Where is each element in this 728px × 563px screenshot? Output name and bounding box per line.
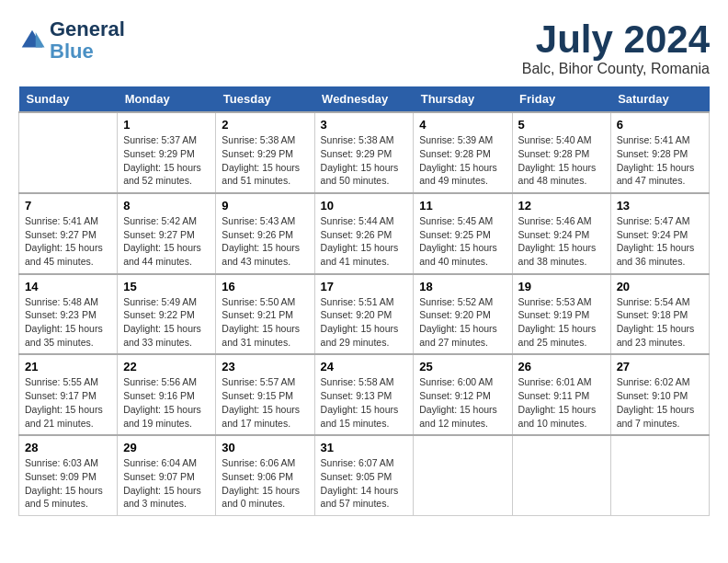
day-header-friday: Friday bbox=[512, 86, 610, 112]
day-cell: 24Sunrise: 5:58 AM Sunset: 9:13 PM Dayli… bbox=[314, 354, 414, 435]
day-number: 3 bbox=[321, 118, 408, 132]
day-detail: Sunrise: 5:53 AM Sunset: 9:19 PM Dayligh… bbox=[518, 295, 605, 350]
header: General Blue July 2024 Balc, Bihor Count… bbox=[18, 18, 710, 77]
day-detail: Sunrise: 5:55 AM Sunset: 9:17 PM Dayligh… bbox=[25, 375, 111, 430]
day-detail: Sunrise: 6:06 AM Sunset: 9:06 PM Dayligh… bbox=[222, 456, 308, 511]
day-detail: Sunrise: 5:58 AM Sunset: 9:13 PM Dayligh… bbox=[321, 375, 408, 430]
day-number: 20 bbox=[617, 280, 703, 293]
day-number: 30 bbox=[222, 441, 308, 454]
day-detail: Sunrise: 6:07 AM Sunset: 9:05 PM Dayligh… bbox=[321, 456, 408, 511]
day-detail: Sunrise: 5:56 AM Sunset: 9:16 PM Dayligh… bbox=[123, 375, 210, 430]
day-detail: Sunrise: 5:52 AM Sunset: 9:20 PM Dayligh… bbox=[419, 295, 506, 350]
day-number: 24 bbox=[321, 360, 408, 373]
day-number: 6 bbox=[617, 118, 703, 132]
day-number: 10 bbox=[321, 199, 408, 213]
day-header-wednesday: Wednesday bbox=[314, 86, 414, 112]
week-row-2: 7Sunrise: 5:41 AM Sunset: 9:27 PM Daylig… bbox=[19, 193, 710, 274]
day-header-sunday: Sunday bbox=[19, 86, 118, 112]
day-number: 21 bbox=[25, 360, 111, 373]
day-detail: Sunrise: 6:02 AM Sunset: 9:10 PM Dayligh… bbox=[617, 375, 703, 430]
day-detail: Sunrise: 5:39 AM Sunset: 9:28 PM Dayligh… bbox=[419, 133, 506, 188]
day-cell bbox=[512, 435, 610, 515]
day-number: 26 bbox=[518, 360, 605, 373]
day-cell: 23Sunrise: 5:57 AM Sunset: 9:15 PM Dayli… bbox=[216, 354, 314, 435]
day-number: 17 bbox=[321, 280, 408, 293]
day-detail: Sunrise: 5:51 AM Sunset: 9:20 PM Dayligh… bbox=[321, 295, 408, 350]
day-cell: 8Sunrise: 5:42 AM Sunset: 9:27 PM Daylig… bbox=[118, 193, 216, 274]
day-cell: 16Sunrise: 5:50 AM Sunset: 9:21 PM Dayli… bbox=[216, 274, 314, 355]
logo-line1: General bbox=[50, 18, 125, 40]
days-header-row: SundayMondayTuesdayWednesdayThursdayFrid… bbox=[19, 86, 710, 112]
day-cell: 12Sunrise: 5:46 AM Sunset: 9:24 PM Dayli… bbox=[512, 193, 610, 274]
day-detail: Sunrise: 5:44 AM Sunset: 9:26 PM Dayligh… bbox=[321, 214, 408, 269]
day-cell: 14Sunrise: 5:48 AM Sunset: 9:23 PM Dayli… bbox=[19, 274, 118, 355]
day-cell bbox=[414, 435, 512, 515]
logo-icon bbox=[18, 27, 46, 54]
day-cell: 15Sunrise: 5:49 AM Sunset: 9:22 PM Dayli… bbox=[118, 274, 216, 355]
day-cell: 26Sunrise: 6:01 AM Sunset: 9:11 PM Dayli… bbox=[512, 354, 610, 435]
day-number: 2 bbox=[222, 118, 308, 132]
day-number: 31 bbox=[321, 441, 408, 454]
day-cell: 22Sunrise: 5:56 AM Sunset: 9:16 PM Dayli… bbox=[118, 354, 216, 435]
day-cell: 25Sunrise: 6:00 AM Sunset: 9:12 PM Dayli… bbox=[414, 354, 512, 435]
day-detail: Sunrise: 5:50 AM Sunset: 9:21 PM Dayligh… bbox=[222, 295, 308, 350]
day-cell: 30Sunrise: 6:06 AM Sunset: 9:06 PM Dayli… bbox=[216, 435, 314, 515]
day-number: 25 bbox=[419, 360, 506, 373]
day-number: 16 bbox=[222, 280, 308, 293]
day-detail: Sunrise: 5:48 AM Sunset: 9:23 PM Dayligh… bbox=[25, 295, 111, 350]
day-detail: Sunrise: 5:41 AM Sunset: 9:28 PM Dayligh… bbox=[617, 133, 703, 188]
day-cell: 9Sunrise: 5:43 AM Sunset: 9:26 PM Daylig… bbox=[216, 193, 314, 274]
day-header-tuesday: Tuesday bbox=[216, 86, 314, 112]
day-number: 12 bbox=[518, 199, 605, 213]
day-detail: Sunrise: 5:38 AM Sunset: 9:29 PM Dayligh… bbox=[222, 133, 308, 188]
day-detail: Sunrise: 5:49 AM Sunset: 9:22 PM Dayligh… bbox=[123, 295, 210, 350]
day-cell: 29Sunrise: 6:04 AM Sunset: 9:07 PM Dayli… bbox=[118, 435, 216, 515]
day-number: 14 bbox=[25, 280, 111, 293]
day-detail: Sunrise: 6:00 AM Sunset: 9:12 PM Dayligh… bbox=[419, 375, 506, 430]
calendar-table: SundayMondayTuesdayWednesdayThursdayFrid… bbox=[18, 86, 710, 516]
day-cell: 27Sunrise: 6:02 AM Sunset: 9:10 PM Dayli… bbox=[610, 354, 709, 435]
day-detail: Sunrise: 5:40 AM Sunset: 9:28 PM Dayligh… bbox=[518, 133, 605, 188]
day-detail: Sunrise: 5:57 AM Sunset: 9:15 PM Dayligh… bbox=[222, 375, 308, 430]
day-detail: Sunrise: 5:46 AM Sunset: 9:24 PM Dayligh… bbox=[518, 214, 605, 269]
day-header-monday: Monday bbox=[118, 86, 216, 112]
day-cell: 7Sunrise: 5:41 AM Sunset: 9:27 PM Daylig… bbox=[19, 193, 118, 274]
logo-text: General Blue bbox=[50, 18, 125, 63]
day-number: 7 bbox=[25, 199, 111, 213]
day-cell: 4Sunrise: 5:39 AM Sunset: 9:28 PM Daylig… bbox=[414, 112, 512, 193]
week-row-4: 21Sunrise: 5:55 AM Sunset: 9:17 PM Dayli… bbox=[19, 354, 710, 435]
day-detail: Sunrise: 6:04 AM Sunset: 9:07 PM Dayligh… bbox=[123, 456, 210, 511]
day-number: 22 bbox=[123, 360, 210, 373]
day-number: 28 bbox=[25, 441, 111, 454]
day-header-thursday: Thursday bbox=[414, 86, 512, 112]
week-row-5: 28Sunrise: 6:03 AM Sunset: 9:09 PM Dayli… bbox=[19, 435, 710, 515]
day-header-saturday: Saturday bbox=[610, 86, 709, 112]
day-cell: 2Sunrise: 5:38 AM Sunset: 9:29 PM Daylig… bbox=[216, 112, 314, 193]
day-cell bbox=[610, 435, 709, 515]
day-cell: 10Sunrise: 5:44 AM Sunset: 9:26 PM Dayli… bbox=[314, 193, 414, 274]
day-cell: 31Sunrise: 6:07 AM Sunset: 9:05 PM Dayli… bbox=[314, 435, 414, 515]
calendar-subtitle: Balc, Bihor County, Romania bbox=[522, 61, 710, 77]
day-detail: Sunrise: 5:47 AM Sunset: 9:24 PM Dayligh… bbox=[617, 214, 703, 269]
day-number: 29 bbox=[123, 441, 210, 454]
day-detail: Sunrise: 6:03 AM Sunset: 9:09 PM Dayligh… bbox=[25, 456, 111, 511]
day-detail: Sunrise: 5:38 AM Sunset: 9:29 PM Dayligh… bbox=[321, 133, 408, 188]
svg-marker-1 bbox=[36, 32, 45, 48]
week-row-1: 1Sunrise: 5:37 AM Sunset: 9:29 PM Daylig… bbox=[19, 112, 710, 193]
day-detail: Sunrise: 5:45 AM Sunset: 9:25 PM Dayligh… bbox=[419, 214, 506, 269]
day-number: 13 bbox=[617, 199, 703, 213]
calendar-title: July 2024 bbox=[522, 18, 710, 61]
day-number: 15 bbox=[123, 280, 210, 293]
day-detail: Sunrise: 5:54 AM Sunset: 9:18 PM Dayligh… bbox=[617, 295, 703, 350]
day-cell: 17Sunrise: 5:51 AM Sunset: 9:20 PM Dayli… bbox=[314, 274, 414, 355]
day-cell: 11Sunrise: 5:45 AM Sunset: 9:25 PM Dayli… bbox=[414, 193, 512, 274]
day-number: 4 bbox=[419, 118, 506, 132]
day-cell: 20Sunrise: 5:54 AM Sunset: 9:18 PM Dayli… bbox=[610, 274, 709, 355]
logo-line2: Blue bbox=[50, 40, 125, 63]
day-number: 27 bbox=[617, 360, 703, 373]
day-cell: 28Sunrise: 6:03 AM Sunset: 9:09 PM Dayli… bbox=[19, 435, 118, 515]
title-block: July 2024 Balc, Bihor County, Romania bbox=[522, 18, 710, 77]
day-cell: 21Sunrise: 5:55 AM Sunset: 9:17 PM Dayli… bbox=[19, 354, 118, 435]
day-number: 8 bbox=[123, 199, 210, 213]
day-number: 11 bbox=[419, 199, 506, 213]
